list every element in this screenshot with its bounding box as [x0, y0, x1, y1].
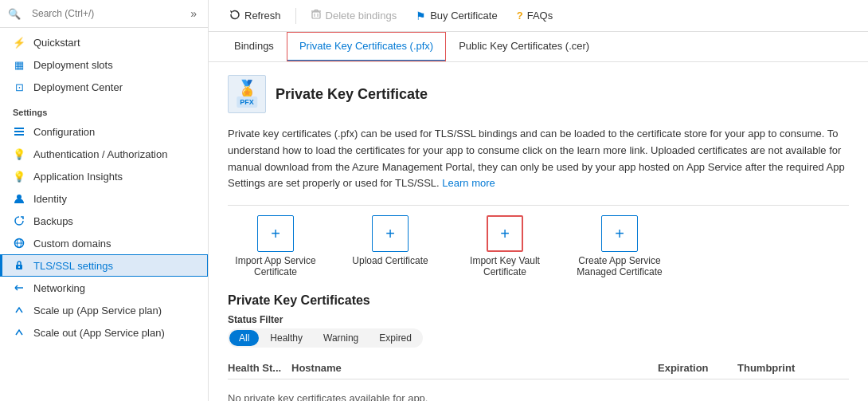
toolbar: Refresh Delete bindings ⚑ Buy Certificat…: [209, 0, 868, 32]
plus-icon: +: [500, 225, 510, 243]
action-import-app-service[interactable]: + Import App Service Certificate: [228, 215, 323, 277]
buy-cert-icon: ⚑: [416, 10, 426, 22]
filter-warning[interactable]: Warning: [314, 330, 368, 346]
sidebar-item-backups[interactable]: Backups: [0, 210, 208, 232]
search-input[interactable]: [25, 5, 181, 22]
refresh-label: Refresh: [244, 10, 281, 22]
action-cards: + Import App Service Certificate + Uploa…: [228, 215, 849, 277]
sidebar-item-tls-ssl[interactable]: TLS/SSL settings: [0, 254, 208, 277]
sidebar-item-label: Deployment Center: [33, 81, 123, 93]
svg-rect-1: [14, 131, 24, 132]
filter-pills: All Healthy Warning Expired: [228, 328, 423, 348]
plus-icon: +: [615, 225, 624, 243]
action-import-key-vault[interactable]: + Import Key Vault Certificate: [457, 215, 553, 277]
upload-cert-label: Upload Certificate: [352, 255, 428, 266]
tab-public-key-certs[interactable]: Public Key Certificates (.cer): [446, 32, 602, 61]
sidebar-item-label: TLS/SSL settings: [33, 260, 113, 272]
table-empty-message: No private key certificates available fo…: [228, 379, 849, 401]
filter-all[interactable]: All: [229, 330, 259, 346]
networking-icon: [13, 281, 25, 294]
sidebar-item-app-insights[interactable]: 💡 Application Insights: [0, 165, 208, 187]
action-create-managed[interactable]: + Create App Service Managed Certificate: [572, 215, 667, 277]
sidebar-item-label: Configuration: [33, 126, 95, 138]
sidebar-search-bar[interactable]: 🔍 »: [0, 0, 208, 28]
sidebar-item-label: Custom domains: [33, 238, 111, 250]
faqs-button[interactable]: ? FAQs: [509, 6, 561, 26]
sidebar-item-label: Quickstart: [33, 37, 80, 49]
sidebar-item-deployment-center[interactable]: ⊡ Deployment Center: [0, 76, 208, 98]
sidebar-item-label: Networking: [33, 282, 85, 294]
plus-icon: +: [385, 225, 395, 243]
action-upload-cert[interactable]: + Upload Certificate: [342, 215, 438, 277]
scale-up-icon: [13, 304, 25, 316]
refresh-icon: [229, 9, 240, 22]
app-insights-icon: 💡: [13, 170, 25, 183]
create-managed-btn[interactable]: +: [601, 215, 638, 252]
sidebar-item-label: Application Insights: [33, 171, 123, 183]
section-title: Private Key Certificates: [228, 293, 849, 308]
svg-rect-12: [312, 12, 320, 18]
tab-private-key-certs[interactable]: Private Key Certificates (.pfx): [287, 32, 446, 61]
sidebar-item-label: Identity: [33, 193, 67, 205]
pfx-icon-label: PFX: [237, 96, 257, 108]
tab-bindings[interactable]: Bindings: [221, 32, 287, 61]
faqs-icon: ?: [517, 10, 523, 22]
delete-icon: [311, 9, 322, 22]
buy-certificate-button[interactable]: ⚑ Buy Certificate: [408, 6, 506, 26]
svg-rect-0: [14, 128, 24, 129]
sidebar-item-scale-out[interactable]: Scale out (App Service plan): [0, 321, 208, 344]
configuration-icon: [13, 125, 25, 138]
sidebar-item-configuration[interactable]: Configuration: [0, 120, 208, 143]
cert-header: 🏅 PFX Private Key Certificate: [228, 75, 849, 113]
sidebar-item-scale-up[interactable]: Scale up (App Service plan): [0, 299, 208, 321]
import-key-vault-btn[interactable]: +: [487, 215, 523, 252]
filter-expired[interactable]: Expired: [369, 330, 421, 346]
sidebar-item-quickstart[interactable]: ⚡ Quickstart: [0, 31, 208, 53]
col-thumbprint-header: Thumbprint: [737, 362, 849, 374]
import-key-vault-label: Import Key Vault Certificate: [457, 255, 553, 277]
toolbar-separator: [295, 8, 296, 24]
filter-label: Status Filter: [228, 314, 849, 325]
col-health-header: Health St...: [228, 362, 291, 374]
sidebar-collapse-icon[interactable]: »: [187, 6, 200, 22]
svg-point-8: [18, 266, 20, 268]
col-hostname-header: Hostname: [291, 362, 658, 374]
tls-icon: [13, 259, 25, 272]
upload-cert-btn[interactable]: +: [372, 215, 409, 252]
import-app-service-btn[interactable]: +: [257, 215, 294, 252]
sidebar-item-custom-domains[interactable]: Custom domains: [0, 232, 208, 254]
content-area: 🏅 PFX Private Key Certificate Private ke…: [209, 62, 868, 401]
delete-bindings-button[interactable]: Delete bindings: [303, 5, 405, 26]
create-managed-label: Create App Service Managed Certificate: [572, 255, 667, 277]
faqs-label: FAQs: [527, 10, 553, 22]
sidebar-item-networking[interactable]: Networking: [0, 277, 208, 299]
filter-healthy[interactable]: Healthy: [260, 330, 312, 346]
refresh-button[interactable]: Refresh: [221, 5, 289, 26]
buy-certificate-label: Buy Certificate: [430, 10, 498, 22]
quickstart-icon: ⚡: [13, 36, 25, 49]
delete-bindings-label: Delete bindings: [326, 10, 397, 22]
deployment-center-icon: ⊡: [13, 81, 25, 93]
auth-icon: 💡: [13, 147, 25, 160]
sidebar-items: ⚡ Quickstart ▦ Deployment slots ⊡ Deploy…: [0, 28, 208, 401]
settings-section-label: Settings: [0, 98, 208, 120]
main-panel: Refresh Delete bindings ⚑ Buy Certificat…: [209, 0, 868, 401]
scale-out-icon: [13, 326, 25, 339]
sidebar-item-deployment-slots[interactable]: ▦ Deployment slots: [0, 53, 208, 76]
pfx-icon: 🏅 PFX: [228, 75, 266, 113]
identity-icon: [13, 192, 25, 205]
learn-more-link[interactable]: Learn more: [442, 177, 495, 189]
pfx-icon-cert: 🏅: [237, 79, 257, 98]
import-app-service-label: Import App Service Certificate: [228, 255, 323, 277]
sidebar-item-identity[interactable]: Identity: [0, 187, 208, 210]
search-icon: 🔍: [8, 8, 21, 20]
sidebar-item-label: Scale out (App Service plan): [33, 327, 165, 339]
divider: [228, 205, 849, 206]
deployment-slots-icon: ▦: [13, 58, 25, 71]
sidebar-item-auth[interactable]: 💡 Authentication / Authorization: [0, 143, 208, 165]
sidebar-item-label: Authentication / Authorization: [33, 148, 167, 160]
custom-domains-icon: [13, 237, 25, 250]
cert-title: Private Key Certificate: [276, 86, 428, 103]
sidebar-item-label: Deployment slots: [33, 59, 113, 71]
svg-rect-2: [14, 134, 24, 136]
